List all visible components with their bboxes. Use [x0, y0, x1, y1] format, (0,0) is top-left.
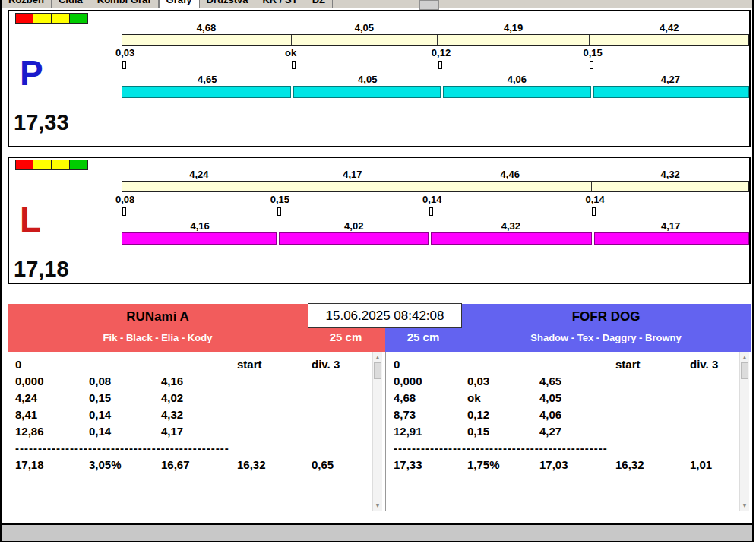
start-tick-icon — [592, 207, 596, 216]
split-bar-segment — [592, 182, 748, 191]
split-bar-segment — [122, 35, 292, 45]
dog-bar-segment — [279, 232, 429, 245]
dog-bar-segment — [122, 86, 291, 98]
right-team-dogs: Shadow - Tex - Daggry - Browny — [461, 331, 751, 346]
change-values-row: 0,03 ok 0,12 0,15 — [122, 48, 749, 69]
change-value: 0,08 — [115, 195, 277, 205]
scroll-up-icon[interactable]: ▲ — [740, 354, 749, 361]
separator-dashes: ----------------------------------------… — [394, 440, 608, 457]
table-cell: 4,16 — [161, 373, 237, 390]
table-cell: ok — [467, 390, 539, 406]
dog-time-value: 4,27 — [592, 74, 749, 85]
window-left-border — [0, 0, 2, 542]
window-bottom-strip — [2, 525, 752, 541]
dog-values-row: 4,16 4,02 4,32 4,17 — [122, 220, 749, 232]
table-cell: 0,08 — [89, 373, 161, 390]
start-tick-icon — [292, 61, 296, 69]
table-cell: 12,86 — [15, 423, 89, 440]
lane-total-time: 17,18 — [14, 257, 69, 282]
table-cell: 4,06 — [539, 406, 615, 423]
tab-grafy[interactable]: Grafy — [159, 0, 200, 8]
split-value: 4,68 — [122, 22, 291, 33]
scroll-down-icon[interactable]: ▼ — [740, 502, 749, 509]
dog-time-value: 4,02 — [278, 220, 429, 232]
start-tick-icon — [277, 207, 281, 216]
dog-time-bars — [122, 232, 749, 245]
dog-time-value: 4,17 — [592, 220, 749, 232]
split-bar-segment — [277, 182, 429, 191]
right-team-name: FOFR DOG — [461, 308, 751, 326]
tab-rozbeh[interactable]: Rozbeh — [2, 0, 52, 8]
tab-kr-st[interactable]: KR / ST — [255, 0, 305, 8]
change-cell: 0,03 — [122, 48, 291, 69]
scrollbar-thumb[interactable] — [374, 362, 381, 379]
table-cell: 4,68 — [394, 390, 467, 406]
dog-time-value: 4,06 — [442, 74, 592, 85]
tab-kombi-graf[interactable]: Kombi Graf — [90, 0, 159, 8]
tab-cidla[interactable]: Cidla — [52, 0, 90, 8]
change-cell: 0,14 — [591, 195, 749, 216]
split-value: 4,17 — [277, 169, 429, 180]
dog-bar-segment — [594, 232, 749, 245]
left-results-table: 0 start div. 3 0,000 0,08 4,16 4,24 0,15… — [8, 352, 385, 511]
table-cell: 8,73 — [394, 406, 467, 423]
change-cell: 0,14 — [429, 195, 591, 216]
total-div: 0,65 — [312, 457, 372, 473]
left-results-grid: 0 start div. 3 0,000 0,08 4,16 4,24 0,15… — [15, 356, 372, 473]
table-cell: 0,000 — [15, 373, 89, 390]
split-bar-segment — [122, 182, 277, 191]
total-clean-time: 16,67 — [161, 457, 237, 473]
timing-app-window: RozbehCidlaKombi GrafGrafyDružstvaKR / S… — [0, 0, 756, 544]
light-green-icon — [70, 13, 88, 24]
split-bar-segment — [590, 35, 748, 45]
change-cell: 0,08 — [122, 195, 277, 216]
tab-druzstva[interactable]: Družstva — [200, 0, 256, 8]
table-cell: 4,02 — [161, 390, 237, 406]
table-cell: 4,65 — [539, 373, 615, 390]
table-cell: 8,41 — [15, 406, 89, 423]
lane-total-time: 17,33 — [14, 110, 69, 135]
table-cell: 0,12 — [467, 406, 539, 423]
dog-time-value: 4,05 — [293, 74, 442, 85]
panel-lane-l: 4,24 4,17 4,46 4,32 0,08 0,15 0,14 — [8, 157, 751, 284]
left-table-scrollbar[interactable]: ▲ ▼ — [372, 352, 382, 511]
tab-dz[interactable]: DZ — [305, 0, 333, 8]
start-column-header: start — [615, 356, 690, 373]
table-cell: 0,14 — [89, 406, 161, 423]
table-cell: 0,15 — [467, 423, 539, 440]
light-yellow-icon — [33, 13, 52, 24]
left-team-dogs: Fik - Black - Elia - Kody — [8, 331, 308, 346]
panel-lane-p: 4,68 4,05 4,19 4,42 0,03 ok 0,12 — [8, 10, 751, 147]
split-values-row: 4,68 4,05 4,19 4,42 — [122, 22, 749, 33]
light-yellow-icon — [52, 13, 70, 24]
total-start: 16,32 — [237, 457, 312, 473]
lane-letter: P — [20, 55, 43, 90]
change-value: 0,14 — [422, 195, 591, 205]
right-results-table: 0 start div. 3 0,000 0,03 4,65 4,68 ok 4… — [385, 352, 751, 511]
start-tick-icon — [590, 61, 593, 69]
right-results-grid: 0 start div. 3 0,000 0,03 4,65 4,68 ok 4… — [394, 356, 751, 473]
scrollbar-thumb[interactable] — [741, 362, 748, 379]
change-value: ok — [285, 48, 438, 59]
window-right-border — [752, 0, 754, 542]
dog-time-value: 4,32 — [429, 220, 592, 232]
dog-time-value: 4,65 — [122, 74, 293, 85]
start-tick-icon — [429, 207, 433, 216]
light-yellow-icon — [33, 160, 52, 170]
change-value: 0,15 — [270, 195, 429, 205]
table-cell: 0,03 — [467, 373, 539, 390]
div-column-header: div. 3 — [312, 356, 372, 373]
split-value: 4,32 — [591, 169, 749, 180]
dog-bar-segment — [443, 86, 591, 98]
scroll-down-icon[interactable]: ▼ — [373, 502, 382, 509]
change-values-row: 0,08 0,15 0,14 0,14 — [122, 195, 749, 216]
light-red-icon — [15, 13, 33, 24]
table-cell: 4,24 — [15, 390, 89, 406]
light-red-icon — [15, 160, 33, 170]
scrollbar-thumb-fragment[interactable] — [419, 0, 439, 10]
right-table-scrollbar[interactable]: ▲ ▼ — [739, 352, 749, 511]
start-column-header: start — [237, 356, 312, 373]
separator-dashes: ----------------------------------------… — [15, 440, 229, 457]
change-cell: ok — [291, 48, 438, 69]
scroll-up-icon[interactable]: ▲ — [373, 354, 382, 361]
